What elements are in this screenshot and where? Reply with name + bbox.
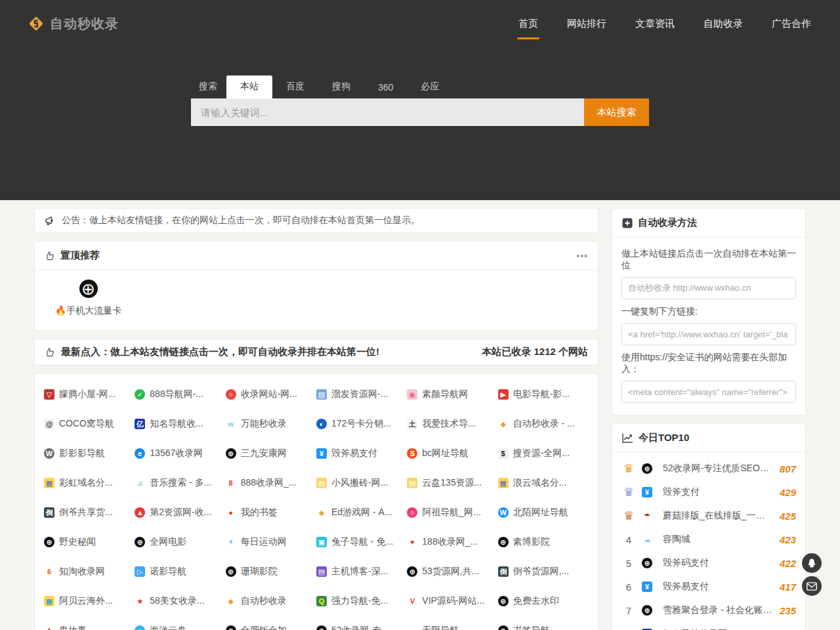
site-favicon-icon: ☁ (407, 625, 417, 630)
brand[interactable]: 自动秒收录 (28, 15, 119, 33)
site-link[interactable]: ▣兔子导航 - 免... (316, 527, 407, 556)
site-link[interactable]: ⊕素博影院 (498, 527, 589, 556)
site-link[interactable]: ▶电影导航-影... (498, 379, 589, 409)
site-link[interactable]: ♥188收录网_... (407, 527, 497, 556)
search-button[interactable]: 本站搜索 (584, 98, 649, 126)
site-link[interactable]: ◉素颜导航网 (407, 379, 497, 409)
site-link[interactable]: ○阿祖导航_网... (407, 497, 497, 527)
search-input[interactable] (191, 98, 584, 126)
top10-row[interactable]: ♛⊕52收录网-专注优质SEO收录...807 (621, 457, 796, 480)
site-link[interactable]: ⊕珊瑚影院 (226, 556, 316, 586)
method-meta-input[interactable] (621, 381, 796, 403)
site-link[interactable]: ◐172号卡分销... (316, 409, 407, 438)
top10-row[interactable]: 8亿知名导航收录网189 (621, 622, 796, 630)
top10-hits-value: 423 (780, 534, 796, 545)
site-link[interactable]: w万能秒收录 (226, 409, 316, 438)
site-link[interactable]: 亿知名导航收... (135, 409, 225, 438)
crown-rank-icon: ♛ (621, 463, 636, 474)
site-link[interactable]: ☁无限导航 (407, 616, 497, 630)
site-link[interactable]: ▤主机博客-深... (316, 556, 407, 586)
site-link[interactable]: VVIP源码-网站... (407, 586, 497, 616)
site-link[interactable]: 6知淘收录网 (44, 556, 135, 586)
site-link[interactable]: 倒倒爷共享货... (44, 497, 135, 527)
site-link[interactable]: $搜资源-全网... (498, 438, 589, 468)
site-link[interactable]: @COCO窝导航 (44, 409, 135, 438)
site-link[interactable]: ▦彩虹域名分... (44, 468, 135, 497)
site-link[interactable]: ≈海洋云盘 (135, 616, 225, 630)
search-tab-搜狗[interactable]: 搜狗 (318, 75, 364, 98)
hero-section: 自动秒收录 首页网站排行文章资讯自助收录广告合作 搜索 本站百度搜狗360必应 … (0, 0, 840, 200)
site-link-label: 888收录网_... (241, 477, 297, 489)
method-link-input[interactable] (621, 277, 796, 299)
site-link[interactable]: ◆Ed游戏网 - A... (316, 497, 407, 527)
qq-contact-button[interactable] (802, 553, 822, 573)
nav-item-网站排行[interactable]: 网站排行 (566, 9, 608, 39)
site-link[interactable]: ◆自动秒收录 - ... (498, 409, 589, 438)
site-link[interactable]: ✓888导航网-... (135, 379, 225, 409)
site-link[interactable]: ⊕三九安康网 (226, 438, 316, 468)
site-link[interactable]: ⊕53货源网,共... (407, 556, 497, 586)
pinned-site-link[interactable]: ⊕ 🔥手机大流量卡 (41, 280, 135, 317)
top10-row[interactable]: 4☁容陶城423 (621, 528, 796, 551)
search-tab-360[interactable]: 360 (364, 77, 407, 98)
site-link[interactable]: ⊕野史秘闻 (44, 527, 135, 556)
site-link[interactable]: ▷诺影导航 (135, 556, 225, 586)
site-link[interactable]: W北陌网址导航 (498, 497, 589, 527)
site-favicon-icon: S (407, 448, 417, 459)
method-code-input[interactable] (621, 323, 796, 345)
site-link[interactable]: ▨溜发资源网-... (316, 379, 407, 409)
site-link[interactable]: ★58美女收录... (135, 586, 225, 616)
site-link[interactable]: ▤小风搬砖-网... (316, 468, 407, 497)
site-link-label: 知淘收录网 (59, 566, 105, 578)
site-link[interactable]: 倒倒爷货源网,... (498, 556, 589, 586)
site-link[interactable]: ◆自动秒收录 (226, 586, 316, 616)
search-tab-百度[interactable]: 百度 (272, 75, 318, 98)
nav-item-自助收录[interactable]: 自助收录 (702, 9, 744, 39)
site-link[interactable]: ⊕免费去水印 (498, 586, 589, 616)
site-link[interactable]: ▦浪云域名分... (498, 468, 589, 497)
site-link[interactable]: ♫音乐搜索 - 多... (135, 468, 225, 497)
site-link[interactable]: ▲第2资源网-收... (135, 497, 225, 527)
top10-row[interactable]: 6¥毁斧易支付417 (621, 575, 796, 598)
site-favicon-icon: ▦ (44, 596, 54, 606)
search-tab-必应[interactable]: 必应 (407, 75, 453, 98)
site-link[interactable]: ⊕书签导航 (498, 616, 589, 630)
site-link[interactable]: ⊕全网电影 (135, 527, 225, 556)
top10-list: ♛⊕52收录网-专注优质SEO收录...807♛¥毁斧支付429♛☂蘑菇排版_在… (612, 453, 805, 630)
top10-row[interactable]: 7⊕雪雅聚合登录 - 社会化账号...235 (621, 598, 796, 622)
nav-item-文章资讯[interactable]: 文章资讯 (634, 9, 676, 39)
pinned-card: 置顶推荐 ••• ⊕ 🔥手机大流量卡 (34, 241, 598, 331)
site-link[interactable]: ▦阿贝云海外... (44, 586, 135, 616)
top10-row[interactable]: ♛☂蘑菇排版_在线排版_一键排...425 (621, 504, 796, 528)
method-card: 自动收录方法 做上本站链接后点击一次自动排在本站第一位 一键复制下方链接: 使用… (612, 208, 806, 415)
site-link[interactable]: 土我爱技术导... (407, 409, 497, 438)
site-link[interactable]: ○收录网站-网... (226, 379, 316, 409)
site-link[interactable]: Sbc网址导航 (407, 438, 497, 468)
plus-square-icon (622, 218, 633, 228)
site-link[interactable]: ⚡每日运动网 (226, 527, 316, 556)
more-options-icon[interactable]: ••• (576, 251, 588, 261)
site-link[interactable]: ♟鬼故事 (44, 616, 135, 630)
site-link[interactable]: ⊕52收录网-专... (316, 616, 407, 630)
site-link[interactable]: ●我的书签 (226, 497, 316, 527)
top10-row[interactable]: 5⊕毁斧码支付422 (621, 551, 796, 575)
site-link[interactable]: ▤云盘135资源... (407, 468, 497, 497)
site-link[interactable]: 8888收录网_... (226, 468, 316, 497)
method-line-2: 一键复制下方链接: (621, 306, 796, 318)
site-favicon-icon: ⊕ (135, 537, 145, 547)
site-link[interactable]: ¥毁斧易支付 (316, 438, 407, 468)
site-favicon-icon: ◆ (226, 596, 236, 606)
site-link[interactable]: ▽朦腾小屋-网... (44, 379, 135, 409)
site-link[interactable]: e13567收录网 (135, 438, 225, 468)
main-nav: 首页网站排行文章资讯自助收录广告合作 (491, 9, 812, 39)
nav-item-首页[interactable]: 首页 (517, 9, 539, 39)
site-link[interactable]: Q强力导航-免... (316, 586, 407, 616)
search-tab-本站[interactable]: 本站 (226, 75, 272, 98)
nav-item-广告合作[interactable]: 广告合作 (770, 9, 812, 39)
mail-contact-button[interactable] (802, 576, 822, 596)
links-card: ▽朦腾小屋-网...✓888导航网-...○收录网站-网...▨溜发资源网-..… (34, 373, 598, 630)
site-link[interactable]: ⊕合肥钣金加... (226, 616, 316, 630)
site-link[interactable]: W影影影导航 (44, 438, 135, 468)
site-favicon-icon: ¥ (316, 448, 327, 459)
top10-row[interactable]: ♛¥毁斧支付429 (621, 480, 796, 504)
